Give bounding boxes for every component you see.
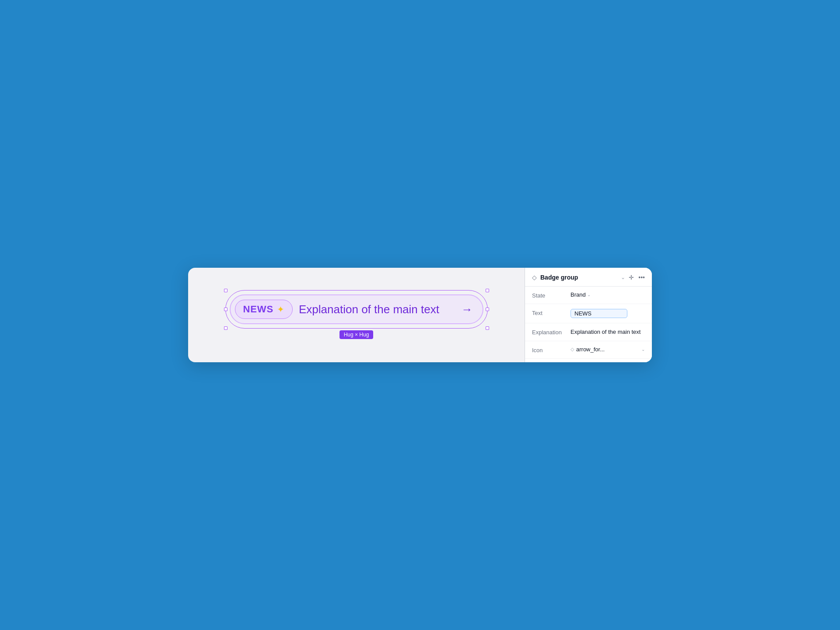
main-card: NEWS ✦ Explanation of the main text → Hu… bbox=[188, 268, 652, 363]
handle-bottom-right[interactable] bbox=[486, 326, 489, 330]
icon-value: arrow_for... bbox=[576, 346, 605, 353]
explanation-text: Explanation of the main text bbox=[570, 328, 640, 336]
canvas-area: NEWS ✦ Explanation of the main text → Hu… bbox=[188, 268, 525, 363]
handle-mid-right[interactable] bbox=[486, 308, 489, 311]
prop-row-explanation: Explanation Explanation of the main text bbox=[525, 323, 652, 342]
right-panel: ◇ Badge group ⌄ ✛ ••• State Brand ⌄ Text bbox=[525, 268, 652, 363]
handle-bottom-left[interactable] bbox=[224, 326, 228, 330]
explanation-value-container: Explanation of the main text bbox=[570, 328, 645, 336]
move-icon[interactable]: ✛ bbox=[629, 274, 634, 281]
state-chevron-icon: ⌄ bbox=[587, 292, 591, 297]
handle-top-right[interactable] bbox=[486, 289, 489, 292]
icon-diamond-icon: ◇ bbox=[570, 346, 574, 352]
prop-row-text: Text bbox=[525, 304, 652, 323]
badge-wrapper: NEWS ✦ Explanation of the main text → bbox=[230, 294, 483, 324]
handle-top-left[interactable] bbox=[224, 289, 228, 292]
prop-row-icon: Icon ◇ arrow_for... ⌄ bbox=[525, 341, 652, 359]
text-input[interactable] bbox=[570, 309, 627, 318]
icon-chevron-icon: ⌄ bbox=[641, 347, 645, 352]
badge-arrow-icon: → bbox=[462, 303, 473, 316]
hug-label: Hug × Hug bbox=[340, 330, 374, 339]
panel-title-diamond-icon: ◇ bbox=[532, 274, 537, 281]
panel-header-icons: ✛ ••• bbox=[629, 274, 645, 281]
icon-label: Icon bbox=[532, 346, 567, 354]
text-value-container bbox=[570, 309, 645, 318]
explanation-label: Explanation bbox=[532, 328, 567, 336]
state-value: Brand bbox=[570, 291, 586, 298]
prop-row-state: State Brand ⌄ bbox=[525, 287, 652, 304]
properties-list: State Brand ⌄ Text Explanation Explanati… bbox=[525, 287, 652, 363]
sparkle-icon: ✦ bbox=[277, 304, 284, 315]
badge-main-text: Explanation of the main text bbox=[299, 303, 455, 316]
panel-title: Badge group bbox=[540, 274, 617, 281]
panel-title-chevron-icon[interactable]: ⌄ bbox=[621, 274, 625, 280]
state-dropdown[interactable]: Brand ⌄ bbox=[570, 291, 645, 298]
badge-pill-text: NEWS bbox=[243, 304, 274, 315]
handle-mid-left[interactable] bbox=[224, 308, 228, 311]
badge-component: NEWS ✦ Explanation of the main text → bbox=[230, 294, 483, 324]
more-options-icon[interactable]: ••• bbox=[638, 274, 645, 281]
icon-dropdown[interactable]: ◇ arrow_for... ⌄ bbox=[570, 346, 645, 353]
state-label: State bbox=[532, 291, 567, 299]
text-label: Text bbox=[532, 309, 567, 316]
badge-pill: NEWS ✦ bbox=[235, 300, 293, 319]
panel-header: ◇ Badge group ⌄ ✛ ••• bbox=[525, 268, 652, 287]
